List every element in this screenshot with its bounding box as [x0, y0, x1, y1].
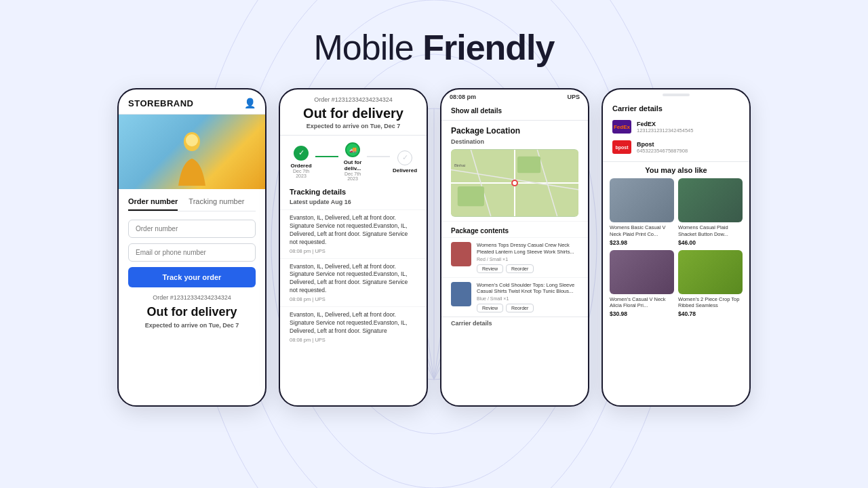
- bpost-info: Bpost 645322354675887908: [637, 141, 688, 154]
- tracking-event-3: Evanston, IL, Delivered, Left at front d…: [280, 306, 427, 347]
- phone1-status: Out for delivery: [128, 305, 256, 319]
- product-1-img: [610, 178, 674, 222]
- tab-tracking-number[interactable]: Tracking number: [189, 197, 244, 211]
- item-2-actions: Review Reorder: [477, 304, 578, 312]
- item-1-actions: Review Reorder: [477, 264, 578, 273]
- carrier-details-label: Carrier details: [441, 317, 588, 329]
- phone1-header: STOREBRAND 👤: [119, 89, 265, 115]
- phone1-order-number: Order #12312334234234324: [128, 294, 256, 301]
- phone3-carrier-bar: UPS: [567, 94, 580, 100]
- progress-tracker: ✓ Ordered Dec 7th 2023 🚚 Out for deliv..…: [280, 136, 427, 188]
- map-svg: Binhai: [451, 149, 578, 217]
- item-2-review-btn[interactable]: Review: [477, 304, 503, 312]
- store-logo: STOREBRAND: [128, 98, 194, 108]
- drag-handle: [663, 94, 690, 96]
- product-1-price: $23.98: [610, 239, 674, 246]
- header-bold: Friendly: [422, 28, 554, 67]
- step-delivered: ✓ Delivered: [393, 150, 417, 174]
- item-2-reorder-btn[interactable]: Reorder: [506, 304, 534, 312]
- step-delivery-label: Out for deliv...: [341, 159, 364, 171]
- item-1-img: [451, 242, 471, 266]
- track-order-button[interactable]: Track your order: [128, 267, 256, 287]
- phone-1-store: STOREBRAND 👤 Order number Tracking numbe…: [117, 88, 267, 407]
- item-1-reorder-btn[interactable]: Reorder: [506, 264, 534, 273]
- product-4-img: [678, 250, 743, 294]
- hero-figure: [168, 128, 216, 189]
- item-2-img: [451, 282, 471, 306]
- step-delivery-date: Dec 7th 2023: [341, 171, 364, 181]
- phone2-header: Order #12312334234234324 Out for deliver…: [280, 89, 427, 136]
- product-4-price: $40.78: [678, 310, 743, 317]
- step-delivered-label: Delivered: [393, 167, 417, 174]
- step-out-delivery: 🚚 Out for deliv... Dec 7th 2023: [341, 142, 364, 181]
- step-ordered-date: Dec 7th 2023: [290, 169, 313, 178]
- product-4: Women's 2 Piece Crop Top Ribbed Seamless…: [678, 250, 743, 318]
- destination-label: Destination: [441, 138, 588, 149]
- page-header: Mobile Friendly: [314, 27, 555, 68]
- event-3-meta: 08:08 pm | UPS: [290, 337, 417, 343]
- tracking-details-label: Tracking details: [280, 188, 427, 196]
- progress-line-2: [367, 156, 390, 157]
- pkg-contents-title: Package contents: [441, 221, 588, 237]
- product-1: Womens Basic Casual V Neck Plaid Print C…: [610, 178, 674, 246]
- item-1-name: Womens Tops Dressy Casual Crew Neck Plea…: [477, 242, 578, 256]
- email-phone-input[interactable]: [128, 243, 256, 262]
- phone1-tabs: Order number Tracking number: [128, 197, 256, 211]
- hero-image: [119, 115, 265, 189]
- bpost-carrier: bpost Bpost 645322354675887908: [603, 137, 749, 157]
- map-container: Binhai: [451, 149, 578, 217]
- phone3-status-bar: 08:08 pm UPS: [441, 89, 588, 103]
- event-1-meta: 08:08 pm | UPS: [290, 248, 417, 254]
- user-icon: 👤: [244, 98, 256, 108]
- product-3-img: [610, 250, 674, 294]
- tracking-event-1: Evanston, IL, Delivered, Left at front d…: [280, 209, 427, 258]
- phone2-expected: Expected to arrive on Tue, Dec 7: [290, 123, 417, 129]
- step-delivery-icon: 🚚: [345, 142, 360, 157]
- step-ordered-label: Ordered: [290, 163, 311, 169]
- show-all-details[interactable]: Show all details: [441, 103, 588, 121]
- phone-2-delivery: Order #12312334234234324 Out for deliver…: [279, 88, 428, 407]
- svg-text:Binhai: Binhai: [454, 164, 465, 168]
- bpost-logo: bpost: [612, 140, 631, 154]
- product-3-name: Women's Casual V Neck Alicia Floral Pri.…: [610, 296, 674, 310]
- svg-point-23: [513, 181, 517, 185]
- event-2-meta: 08:08 pm | UPS: [290, 296, 417, 302]
- event-2-text: Evanston, IL, Delivered, Left at front d…: [290, 263, 417, 296]
- bpost-tracking: 645322354675887908: [637, 148, 688, 154]
- step-ordered: ✓ Ordered Dec 7th 2023: [290, 146, 313, 178]
- phone-3-map: 08:08 pm UPS Show all details Package Lo…: [440, 88, 589, 407]
- item-1-review-btn[interactable]: Review: [477, 264, 503, 273]
- tab-order-number[interactable]: Order number: [128, 197, 178, 211]
- progress-line-1: [315, 156, 338, 157]
- svg-point-13: [186, 134, 198, 146]
- bpost-name: Bpost: [637, 141, 688, 148]
- pkg-item-1: Womens Tops Dressy Casual Crew Neck Plea…: [441, 237, 588, 277]
- pkg-item-2: Women's Cold Shoulder Tops: Long Sleeve …: [441, 277, 588, 317]
- item-1-info: Womens Tops Dressy Casual Crew Neck Plea…: [477, 242, 578, 273]
- latest-update: Latest update Aug 16: [280, 199, 427, 205]
- item-2-info: Women's Cold Shoulder Tops: Long Sleeve …: [477, 282, 578, 313]
- phone1-content: Order number Tracking number Track your …: [119, 189, 265, 337]
- carrier-title: Carrier details: [603, 98, 749, 117]
- fedex-name: FedEX: [637, 121, 693, 127]
- phone2-title: Out for delivery: [290, 106, 417, 121]
- divider: [603, 161, 749, 162]
- product-2-price: $46.00: [678, 239, 743, 246]
- item-2-variant: Blue / Small ×1: [477, 296, 578, 301]
- fedex-carrier: FedEx FedEX 12312312312342454545: [603, 117, 749, 137]
- event-3-text: Evanston, IL, Delivered, Left at front d…: [290, 311, 417, 336]
- fedex-logo: FedEx: [612, 120, 631, 134]
- order-number-input[interactable]: [128, 220, 256, 238]
- product-2-name: Womens Casual Plaid Shacket Button Dow..…: [678, 224, 743, 238]
- product-4-name: Women's 2 Piece Crop Top Ribbed Seamless: [678, 296, 743, 310]
- item-2-name: Women's Cold Shoulder Tops: Long Sleeve …: [477, 282, 578, 296]
- tracking-event-2: Evanston, IL, Delivered, Left at front d…: [280, 258, 427, 307]
- phone1-expected: Expected to arrive on Tue, Dec 7: [128, 322, 256, 329]
- phone3-time: 08:08 pm: [450, 94, 476, 100]
- event-1-text: Evanston, IL, Delivered, Left at front d…: [290, 214, 417, 247]
- phone-4-carrier: Carrier details FedEx FedEX 123123123123…: [601, 88, 751, 407]
- you-may-like-title: You may also like: [603, 166, 749, 174]
- fedex-tracking: 12312312312342454545: [637, 127, 693, 134]
- phone2-order-label: Order #12312334234234324: [290, 96, 417, 103]
- product-2: Womens Casual Plaid Shacket Button Dow..…: [678, 178, 743, 246]
